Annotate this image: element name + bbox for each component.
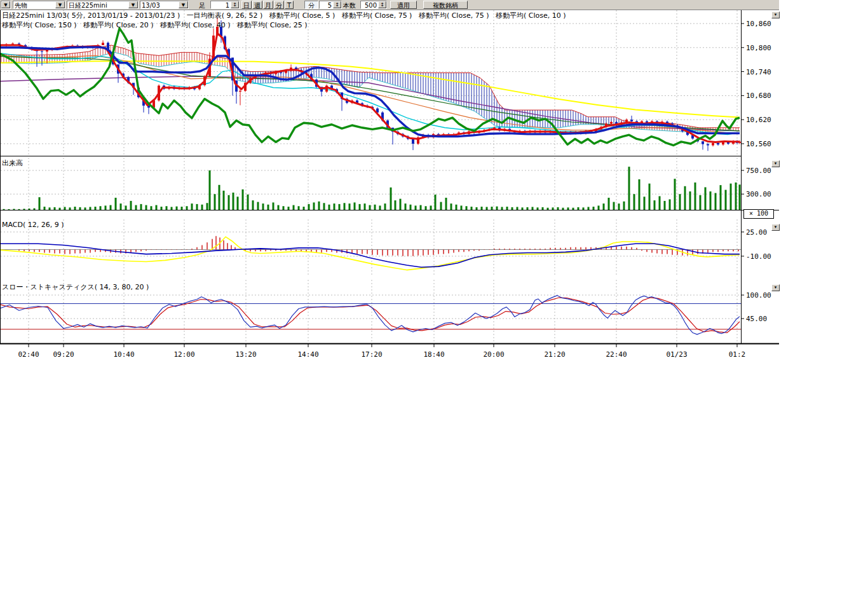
- svg-text:-10.00: -10.00: [746, 252, 771, 261]
- svg-text:10,620: 10,620: [746, 116, 771, 124]
- apply-button[interactable]: 適用: [390, 1, 417, 9]
- volume-multiplier-badge: × 100: [743, 209, 774, 219]
- minute-value-stepper[interactable]: 5↕: [319, 1, 342, 9]
- chevron-down-icon[interactable]: ▼: [179, 1, 188, 8]
- bar-label: 足: [199, 1, 205, 9]
- toolbar: ▼ 先物▼ 日経225mini▼ 13/03▼ 足 1↕ 日 週 月 分 T 分…: [0, 0, 779, 10]
- svg-text:09:20: 09:20: [53, 350, 74, 359]
- mini-combo[interactable]: ▼: [1, 1, 11, 9]
- svg-text:10,860: 10,860: [746, 20, 771, 28]
- svg-text:100.00: 100.00: [746, 291, 771, 300]
- market-select[interactable]: 先物▼: [13, 1, 65, 9]
- macd-pane-menu-button[interactable]: ▼: [771, 224, 780, 231]
- spinner-icon[interactable]: ↕: [333, 1, 341, 8]
- svg-text:10,680: 10,680: [746, 92, 771, 100]
- svg-text:01:2: 01:2: [729, 350, 746, 359]
- chart-canvas[interactable]: 10,86010,80010,74010,68010,62010,560750.…: [0, 0, 782, 366]
- svg-text:02:40: 02:40: [18, 350, 39, 359]
- svg-text:01/23: 01/23: [666, 350, 687, 359]
- macd-pane-label: MACD( 12, 26, 9 ): [2, 221, 64, 229]
- minute-toggle-selected[interactable]: 分: [304, 1, 318, 9]
- indicator-header-line2: 移動平均( Close, 150 ) 移動平均( Close, 20 ) 移動平…: [2, 20, 308, 30]
- svg-text:20:00: 20:00: [483, 350, 504, 359]
- price-pane: [0, 18, 741, 151]
- price-pane-menu-button[interactable]: ▼: [771, 11, 780, 18]
- indicator-header-line1: 日経225mini 13/03( 5分, 2013/01/19 - 2013/0…: [2, 11, 566, 20]
- svg-text:45.00: 45.00: [746, 315, 767, 323]
- svg-text:13:20: 13:20: [235, 350, 256, 359]
- volume-pane: [0, 167, 779, 210]
- volume-pane-label: 出来高: [2, 158, 23, 168]
- svg-text:300.00: 300.00: [746, 190, 771, 198]
- svg-text:18:40: 18:40: [423, 350, 444, 359]
- stoch-pane-label: スロー・ストキャスティクス( 14, 3, 80, 20 ): [2, 282, 149, 292]
- tick-button[interactable]: T: [285, 1, 294, 9]
- monthly-button[interactable]: 月: [263, 1, 273, 9]
- svg-text:21:20: 21:20: [544, 350, 565, 359]
- svg-text:14:40: 14:40: [297, 350, 318, 359]
- spinner-icon[interactable]: ↕: [231, 1, 239, 8]
- contract-select[interactable]: 13/03▼: [140, 1, 189, 9]
- bar-interval-stepper[interactable]: 1↕: [210, 1, 240, 9]
- svg-text:750.00: 750.00: [746, 167, 771, 175]
- count-label: 本数: [343, 1, 356, 9]
- weekly-button[interactable]: 週: [252, 1, 262, 9]
- svg-text:22:40: 22:40: [606, 350, 627, 359]
- stoch-pane-menu-button[interactable]: ▼: [771, 284, 780, 291]
- chevron-down-icon[interactable]: ▼: [55, 1, 65, 8]
- symbol-select[interactable]: 日経225mini▼: [67, 1, 139, 9]
- svg-text:10,800: 10,800: [746, 44, 771, 52]
- svg-text:17:20: 17:20: [361, 350, 382, 359]
- count-stepper[interactable]: 500↕: [360, 1, 387, 9]
- chevron-down-icon[interactable]: ▼: [128, 1, 138, 8]
- svg-text:10,560: 10,560: [746, 140, 771, 148]
- multi-symbol-button[interactable]: 複数銘柄: [423, 1, 468, 9]
- axes: 10,86010,80010,74010,68010,62010,560750.…: [0, 10, 779, 359]
- spinner-icon[interactable]: ↕: [378, 1, 386, 8]
- svg-text:10:40: 10:40: [113, 350, 134, 359]
- daily-button[interactable]: 日: [241, 1, 252, 9]
- chevron-down-icon[interactable]: ▼: [1, 1, 10, 8]
- volume-pane-menu-button[interactable]: ▼: [771, 160, 780, 167]
- minute-button[interactable]: 分: [274, 1, 284, 9]
- svg-text:12:00: 12:00: [173, 350, 194, 359]
- macd-pane: [0, 236, 741, 270]
- stoch-pane: [0, 296, 741, 334]
- svg-text:25.00: 25.00: [746, 228, 767, 237]
- svg-text:10,740: 10,740: [746, 68, 771, 76]
